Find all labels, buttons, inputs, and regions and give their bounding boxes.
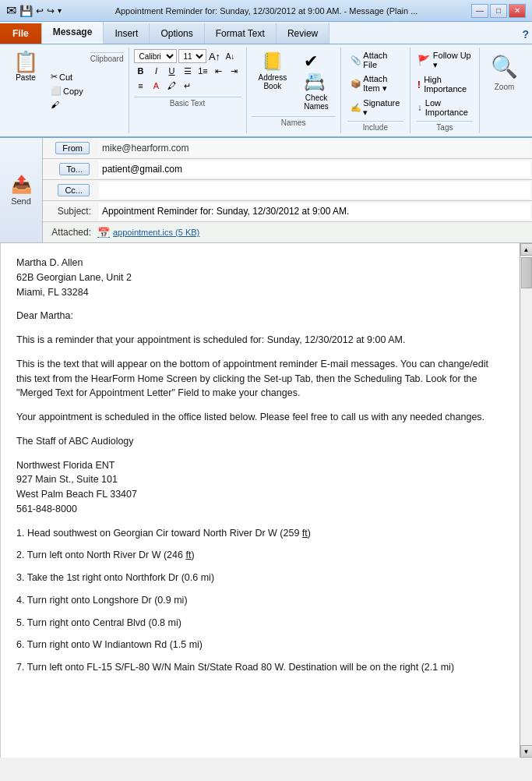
send-icon: 📤 [11,175,32,195]
close-button[interactable]: ✕ [509,4,526,18]
names-inner: 📒 AddressBook ✔📇 CheckNames [252,49,336,113]
dir-item-7: 7. Turn left onto FL-15 S/FL-80 W/N Main… [16,660,504,675]
address-book-button[interactable]: 📒 AddressBook [252,49,294,113]
subject-label: Subject: [43,206,97,217]
tab-review[interactable]: Review [277,23,329,44]
font-color-button[interactable]: A [150,79,164,93]
minimize-button[interactable]: — [471,4,488,18]
attachment-icon: 📅 [97,227,110,239]
paragraph-2: This is the text that will appear on the… [16,357,504,401]
zoom-group: 🔍 Zoom [480,48,529,133]
tab-message[interactable]: Message [42,22,104,44]
bold-button[interactable]: B [134,64,148,78]
align-left-button[interactable]: ≡ [134,79,148,93]
ribbon: File Message Insert Options Format Text … [0,22,532,138]
cc-input[interactable] [99,182,530,199]
underline-button[interactable]: U [165,64,179,78]
indent-decrease-button[interactable]: ⇤ [212,64,226,78]
font-name-select[interactable]: Calibri [134,49,177,63]
help-icon[interactable]: ? [519,25,532,44]
attach-file-button[interactable]: 📎 Attach File [347,49,403,71]
highlight-button[interactable]: 🖍 [165,79,179,93]
paste-icon: 📋 [13,51,38,72]
tags-items: 🚩 Follow Up ▾ ! High Importance ↓ Low Im… [417,49,473,119]
to-input[interactable] [99,161,530,178]
tab-options[interactable]: Options [150,23,204,44]
paste-button[interactable]: 📋 Paste [8,49,44,132]
dir-item-2: 2. Turn left onto North River Dr W (246 … [16,548,504,563]
recipient-block: Martha D. Allen 62B Georgian Lane, Unit … [16,256,504,299]
check-names-label: CheckNames [304,94,329,111]
vertical-scrollbar[interactable]: ▲ ▼ [520,243,532,758]
format-painter-icon: 🖌 [51,100,59,109]
basic-text-group: Calibri 11 A↑ A↓ B I U ☰ 1≡ ⇤ ⇥ ≡ A 🖍 [129,48,247,133]
email-fields: From To... Cc... Subject: [43,138,532,242]
from-input[interactable] [99,140,530,157]
include-group: 📎 Attach File 📦 Attach Item ▾ ✍ Signatur… [341,48,410,133]
scroll-down-button[interactable]: ▼ [520,745,533,758]
paragraph-1: This is a reminder that your appointment… [16,333,504,348]
window-controls[interactable]: — □ ✕ [471,4,526,18]
undo-icon[interactable]: ↩ [36,5,44,16]
check-names-button[interactable]: ✔📇 CheckNames [297,49,336,113]
scroll-thumb[interactable] [521,257,532,288]
redo-icon[interactable]: ↪ [47,5,55,16]
attach-item-label: Attach Item ▾ [363,74,400,94]
tab-file[interactable]: File [0,23,42,44]
tab-format-text[interactable]: Format Text [205,23,277,44]
to-button[interactable]: To... [59,163,90,175]
bullets-button[interactable]: ☰ [181,64,195,78]
cc-label: Cc... [43,180,97,200]
high-importance-button[interactable]: ! High Importance [417,73,473,95]
maximize-button[interactable]: □ [490,4,507,18]
flag-icon: 🚩 [417,55,430,66]
email-area: 📤 Send From To... Cc... [0,138,532,243]
include-label: Include [347,121,403,132]
copy-button[interactable]: ⬜ Copy [47,84,87,97]
names-group: 📒 AddressBook ✔📇 CheckNames Names [247,48,341,133]
shrink-font-button[interactable]: A↓ [224,49,238,63]
font-row-2: B I U ☰ 1≡ ⇤ ⇥ [134,64,241,78]
attachment-link[interactable]: 📅 appointment.ics (5 KB) [97,227,199,239]
cc-button[interactable]: Cc... [58,184,90,196]
italic-button[interactable]: I [150,64,164,78]
address-book-label: AddressBook [259,73,287,90]
numbering-button[interactable]: 1≡ [196,64,210,78]
low-importance-button[interactable]: ↓ Low Importance [417,97,473,118]
follow-up-button[interactable]: 🚩 Follow Up ▾ [417,49,473,72]
title-bar-left: ✉ 💾 ↩ ↪ ▾ [6,3,62,18]
tags-label: Tags [417,121,473,132]
tab-insert[interactable]: Insert [104,23,150,44]
send-button[interactable]: 📤 Send [0,138,43,242]
dir-item-3: 3. Take the 1st right onto Northfork Dr … [16,571,504,585]
to-label: To... [43,159,97,179]
format-painter-button[interactable]: 🖌 [47,98,87,111]
rtl-button[interactable]: ↵ [181,79,195,93]
zoom-button[interactable]: 🔍 Zoom [488,51,521,94]
email-body[interactable]: Martha D. Allen 62B Georgian Lane, Unit … [0,243,520,758]
address-book-icon: 📒 [262,51,283,72]
low-importance-icon: ↓ [417,102,422,113]
staff-line: The Staff of ABC Audiology [16,434,504,449]
grow-font-button[interactable]: A↑ [208,49,222,63]
from-row: From [43,138,532,159]
from-button[interactable]: From [55,142,90,154]
scroll-up-button[interactable]: ▲ [520,243,533,256]
indent-increase-button[interactable]: ⇥ [227,64,241,78]
cut-button[interactable]: ✂ Cut [47,70,87,83]
recipient-address-2: Miami, FL 33284 [16,285,504,300]
from-label: From [43,138,97,158]
attached-label: Attached: [43,227,97,238]
attach-file-label: Attach File [363,51,400,69]
directions-list: 1. Head southwest on Georgian Cir toward… [16,526,504,675]
font-size-select[interactable]: 11 [178,49,206,63]
include-items: 📎 Attach File 📦 Attach Item ▾ ✍ Signatur… [347,49,403,119]
signature-button[interactable]: ✍ Signature ▾ [347,97,403,119]
high-importance-label: High Importance [424,75,472,94]
subject-input[interactable] [99,203,530,220]
office-block: Northwest Florida ENT 927 Main St., Suit… [16,458,504,517]
title-bar: ✉ 💾 ↩ ↪ ▾ Appointment Reminder for: Sund… [0,0,532,22]
save-quick-icon[interactable]: 💾 [19,5,33,17]
attach-item-button[interactable]: 📦 Attach Item ▾ [347,72,403,95]
cc-row: Cc... [43,180,532,201]
